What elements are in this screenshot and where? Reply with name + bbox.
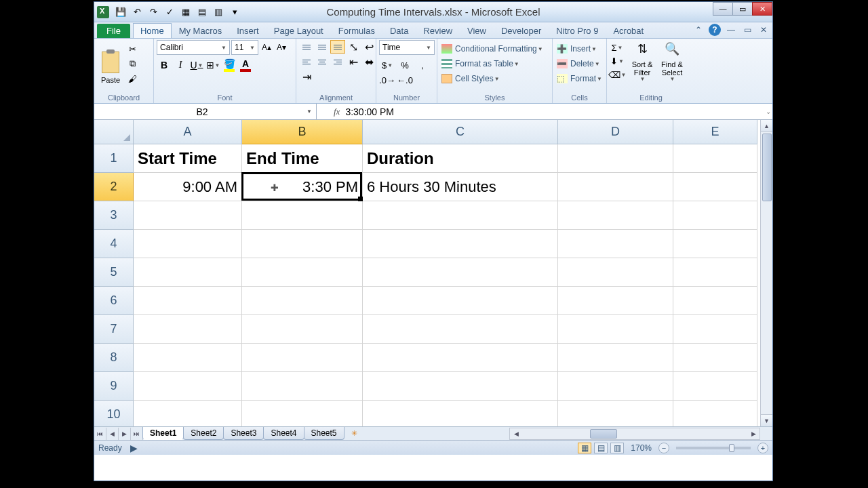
cell-C9[interactable]: [363, 372, 558, 401]
tab-my-macros[interactable]: My Macros: [172, 23, 230, 38]
increase-indent-icon[interactable]: ⇥: [299, 70, 314, 83]
expand-formula-bar-icon[interactable]: ⌄: [766, 108, 771, 115]
find-select-button[interactable]: 🔍 Find & Select▼: [657, 40, 687, 85]
bold-button[interactable]: B: [157, 58, 172, 73]
cell-D6[interactable]: [558, 287, 673, 315]
cell-B8[interactable]: [242, 344, 363, 372]
underline-button[interactable]: U▼: [189, 58, 204, 73]
align-middle-icon[interactable]: [315, 40, 330, 54]
cell-E2[interactable]: [673, 173, 757, 201]
cell-C5[interactable]: [363, 258, 558, 287]
workbook-close-icon[interactable]: ✕: [757, 24, 770, 36]
hscroll-thumb[interactable]: [590, 429, 617, 439]
cell-D10[interactable]: [558, 401, 673, 426]
row-header-8[interactable]: 8: [94, 344, 134, 372]
cell-C7[interactable]: [363, 315, 558, 344]
tab-formulas[interactable]: Formulas: [331, 23, 382, 38]
cell-C8[interactable]: [363, 344, 558, 372]
tab-page-layout[interactable]: Page Layout: [267, 23, 331, 38]
cell-A10[interactable]: [134, 401, 242, 426]
tab-review[interactable]: Review: [416, 23, 460, 38]
file-tab[interactable]: File: [97, 24, 130, 38]
conditional-formatting-button[interactable]: Conditional Formatting ▼: [440, 41, 545, 56]
cell-A2[interactable]: 9:00 AM: [134, 173, 242, 201]
name-box[interactable]: B2 ▼: [94, 104, 317, 119]
increase-decimal-icon[interactable]: .0→: [379, 73, 395, 87]
cell-C4[interactable]: [363, 230, 558, 258]
decrease-decimal-icon[interactable]: ←.0: [397, 73, 413, 87]
scroll-left-icon[interactable]: ◀: [510, 428, 522, 439]
zoom-slider-thumb[interactable]: [729, 444, 734, 452]
wrap-text-icon[interactable]: ↩: [361, 40, 376, 54]
cell-B3[interactable]: [242, 201, 363, 230]
align-top-icon[interactable]: [299, 40, 314, 54]
cell-B7[interactable]: [242, 315, 363, 344]
qat-customize-icon[interactable]: ▾: [227, 5, 242, 20]
sheet-tab-sheet2[interactable]: Sheet2: [183, 427, 224, 440]
border-button[interactable]: ⊞▼: [205, 58, 220, 73]
sheet-tab-sheet1[interactable]: Sheet1: [142, 427, 184, 440]
column-header-C[interactable]: C: [363, 120, 558, 144]
zoom-level[interactable]: 170%: [631, 443, 652, 453]
row-header-7[interactable]: 7: [94, 315, 134, 344]
font-color-button[interactable]: A: [238, 58, 253, 73]
cell-C3[interactable]: [363, 201, 558, 230]
comma-icon[interactable]: ,: [414, 58, 431, 73]
cell-A5[interactable]: [134, 258, 242, 287]
tab-home[interactable]: Home: [133, 23, 172, 38]
currency-icon[interactable]: $▼: [379, 58, 395, 73]
align-center-icon[interactable]: [315, 55, 330, 68]
qat-btn-1[interactable]: ✓: [162, 5, 177, 20]
fill-icon[interactable]: ⬇▼: [610, 55, 625, 67]
delete-cells-button[interactable]: ➖Delete ▼: [555, 56, 601, 71]
format-painter-icon[interactable]: 🖌: [125, 73, 139, 85]
autosum-icon[interactable]: Σ▼: [610, 41, 625, 54]
page-layout-view-icon[interactable]: ▤: [594, 443, 608, 453]
cell-D2[interactable]: [558, 173, 673, 201]
workbook-restore-icon[interactable]: ▭: [741, 24, 753, 36]
new-sheet-button[interactable]: ✳: [346, 428, 363, 439]
undo-icon[interactable]: ↶: [130, 5, 144, 20]
zoom-in-button[interactable]: +: [757, 443, 768, 453]
cell-A8[interactable]: [134, 344, 242, 372]
percent-icon[interactable]: %: [397, 58, 413, 73]
cell-A6[interactable]: [134, 287, 242, 315]
tab-nitro-pro-9[interactable]: Nitro Pro 9: [549, 23, 606, 38]
align-left-icon[interactable]: [299, 55, 314, 68]
format-cells-button[interactable]: ⬚Format ▼: [555, 71, 604, 86]
cell-C1[interactable]: Duration: [363, 144, 558, 173]
cell-D8[interactable]: [558, 344, 673, 372]
scroll-right-icon[interactable]: ▶: [747, 428, 760, 439]
cell-E1[interactable]: [673, 144, 757, 173]
paste-button[interactable]: Paste: [97, 40, 124, 86]
row-header-9[interactable]: 9: [94, 372, 134, 401]
cell-A4[interactable]: [134, 230, 242, 258]
qat-btn-3[interactable]: ▤: [195, 5, 210, 20]
row-header-1[interactable]: 1: [94, 144, 134, 173]
fill-color-button[interactable]: 🪣: [222, 58, 237, 73]
column-header-A[interactable]: A: [134, 120, 242, 144]
zoom-out-button[interactable]: −: [658, 443, 669, 453]
horizontal-scrollbar[interactable]: ◀ ▶: [509, 428, 760, 440]
cell-D5[interactable]: [558, 258, 673, 287]
column-header-E[interactable]: E: [673, 120, 757, 144]
format-as-table-button[interactable]: Format as Table ▼: [440, 56, 521, 71]
cell-D9[interactable]: [558, 372, 673, 401]
fx-icon[interactable]: fx: [334, 106, 340, 117]
workbook-minimize-icon[interactable]: —: [725, 24, 737, 36]
font-size-selector[interactable]: 11▼: [231, 40, 258, 55]
sort-filter-button[interactable]: ⇅ Sort & Filter▼: [627, 40, 657, 85]
grow-font-icon[interactable]: A▴: [260, 40, 273, 55]
cell-C10[interactable]: [363, 401, 558, 426]
cell-B4[interactable]: [242, 230, 363, 258]
cell-B1[interactable]: End Time: [242, 144, 363, 173]
sheet-tab-sheet5[interactable]: Sheet5: [304, 427, 344, 440]
cell-A7[interactable]: [134, 315, 242, 344]
font-name-selector[interactable]: Calibri▼: [157, 40, 230, 55]
italic-button[interactable]: I: [173, 58, 188, 73]
align-bottom-icon[interactable]: [330, 40, 345, 54]
tab-view[interactable]: View: [460, 23, 494, 38]
cell-D7[interactable]: [558, 315, 673, 344]
cut-icon[interactable]: ✂: [125, 43, 139, 55]
formula-input-area[interactable]: ✕ fx 3:30:00 PM ⌄: [317, 104, 772, 119]
